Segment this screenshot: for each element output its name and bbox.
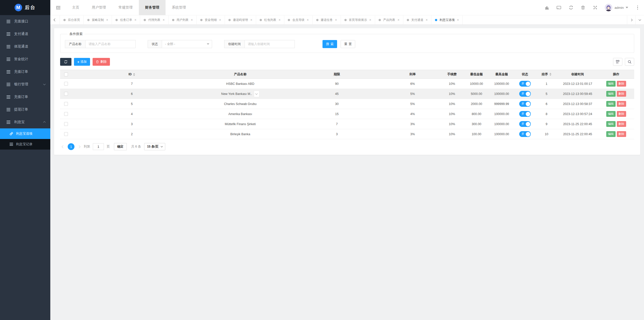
delete-button[interactable]: 删除 <box>617 101 626 107</box>
tabs-menu-button[interactable] <box>635 15 644 24</box>
top-nav-item[interactable]: 主页 <box>66 0 86 15</box>
tab-close-icon[interactable]: × <box>307 18 309 22</box>
row-checkbox[interactable] <box>64 102 68 106</box>
tabs-scroll-left-button[interactable] <box>50 15 60 24</box>
tab[interactable]: 利息宝选项 × <box>431 15 463 24</box>
top-nav-item[interactable]: 常规管理 <box>112 0 139 15</box>
tab[interactable]: 后台首页 <box>60 15 84 24</box>
tab[interactable]: 策略定制 × <box>84 15 112 24</box>
row-checkbox[interactable] <box>64 92 68 96</box>
avatar[interactable] <box>605 4 612 11</box>
sidebar-item[interactable]: 充值订单 <box>0 91 50 103</box>
tab[interactable]: 首页等级展示 × <box>341 15 375 24</box>
next-page-button[interactable] <box>76 144 82 150</box>
sidebar-item[interactable]: 支付通道 <box>0 28 50 40</box>
sidebar-item[interactable]: 体现通道 <box>0 40 50 53</box>
clear-cache-button[interactable] <box>577 0 589 15</box>
tab[interactable]: 邀请任务 × <box>313 15 341 24</box>
add-button[interactable]: + 添加 <box>74 58 90 66</box>
goto-confirm-button[interactable]: 确定 <box>114 143 127 150</box>
row-checkbox[interactable] <box>64 122 68 126</box>
sidebar-item[interactable]: 提现订单 <box>0 103 50 116</box>
chart-button[interactable] <box>541 0 553 15</box>
page-number-button[interactable]: 1 <box>68 143 74 150</box>
tab[interactable]: 红包列表 × <box>256 15 284 24</box>
tab-close-icon[interactable]: × <box>335 18 337 22</box>
status-toggle[interactable]: 开 <box>519 81 531 87</box>
delete-button[interactable]: 删除 <box>617 131 626 137</box>
sidebar-item[interactable]: 充值订单 <box>0 65 50 78</box>
expand-row-button[interactable] <box>254 91 259 97</box>
tab-close-icon[interactable]: × <box>369 18 371 22</box>
fullscreen-button[interactable] <box>589 0 601 15</box>
sidebar-item[interactable]: 银行管理 <box>0 78 50 91</box>
col-id[interactable]: ID <box>72 70 192 79</box>
columns-toggle-button[interactable] <box>613 58 622 66</box>
edit-button[interactable]: 编辑 <box>606 101 616 107</box>
status-toggle[interactable]: 开 <box>519 91 531 97</box>
sidebar-item[interactable]: 资金统计 <box>0 53 50 65</box>
tab-close-icon[interactable]: × <box>163 18 165 22</box>
sidebar-subitem[interactable]: 利息宝记录 <box>0 139 50 150</box>
tab-close-icon[interactable]: × <box>106 18 108 22</box>
edit-button[interactable]: 编辑 <box>606 111 616 117</box>
status-toggle[interactable]: 开 <box>519 111 531 117</box>
refresh-button[interactable] <box>565 0 577 15</box>
status-toggle[interactable]: 开 <box>519 131 531 137</box>
batch-delete-button[interactable]: 删除 <box>93 58 110 66</box>
tab-close-icon[interactable]: × <box>191 18 193 22</box>
sort-icon[interactable] <box>549 73 551 76</box>
tab[interactable]: 邀请码管理 × <box>225 15 256 24</box>
refresh-table-button[interactable] <box>60 58 71 66</box>
delete-button[interactable]: 删除 <box>617 81 626 87</box>
delete-button[interactable]: 删除 <box>617 91 626 97</box>
created-time-input[interactable] <box>245 40 295 48</box>
col-sort[interactable]: 排序 <box>536 70 557 79</box>
top-nav-item[interactable]: 系统管理 <box>166 0 192 15</box>
tab[interactable]: 会员等级 × <box>284 15 312 24</box>
tabs-scroll-right-button[interactable] <box>627 15 635 24</box>
edit-button[interactable]: 编辑 <box>606 81 616 87</box>
delete-button[interactable]: 删除 <box>617 121 626 127</box>
tab[interactable]: 资金明细 × <box>197 15 225 24</box>
page-size-select[interactable]: 15 条/页 <box>144 143 165 150</box>
sidebar-toggle-button[interactable] <box>50 0 66 15</box>
tab-close-icon[interactable]: × <box>250 18 252 22</box>
prev-page-button[interactable] <box>60 144 66 150</box>
edit-button[interactable]: 编辑 <box>606 91 616 97</box>
row-checkbox[interactable] <box>64 112 68 116</box>
reset-button[interactable]: 重置 <box>341 40 355 48</box>
goto-page-input[interactable] <box>93 143 104 150</box>
tab[interactable]: 代理列表 × <box>140 15 168 24</box>
row-checkbox[interactable] <box>64 82 68 86</box>
status-toggle[interactable]: 开 <box>519 101 531 107</box>
top-nav-item[interactable]: 财务管理 <box>139 0 166 15</box>
tab[interactable]: 用户列表 × <box>169 15 197 24</box>
sidebar-item[interactable]: 利息宝 <box>0 116 50 128</box>
tab-close-icon[interactable]: × <box>457 18 459 22</box>
search-button[interactable]: 搜索 <box>323 40 337 48</box>
status-select[interactable]: - 全部 - <box>162 40 212 48</box>
edit-button[interactable]: 编辑 <box>606 121 616 127</box>
card-button[interactable] <box>553 0 565 15</box>
tab-close-icon[interactable]: × <box>134 18 136 22</box>
product-name-input[interactable] <box>85 40 136 48</box>
sidebar-item[interactable]: 充值接口 <box>0 15 50 28</box>
select-all-checkbox[interactable] <box>64 73 68 76</box>
tab[interactable]: 任务订单 × <box>112 15 140 24</box>
tab[interactable]: 产品列表 × <box>375 15 403 24</box>
tab-close-icon[interactable]: × <box>278 18 280 22</box>
sort-icon[interactable] <box>133 73 135 76</box>
row-checkbox[interactable] <box>64 132 68 136</box>
user-menu[interactable]: admin <box>615 6 628 10</box>
tab-close-icon[interactable]: × <box>397 18 399 22</box>
tab[interactable]: 支付通道 × <box>403 15 431 24</box>
status-toggle[interactable]: 开 <box>519 121 531 127</box>
tab-close-icon[interactable]: × <box>426 18 428 22</box>
delete-button[interactable]: 删除 <box>617 111 626 117</box>
tab-close-icon[interactable]: × <box>219 18 221 22</box>
table-search-button[interactable] <box>625 58 634 66</box>
sidebar-subitem[interactable]: 利息宝选项 <box>0 128 50 139</box>
edit-button[interactable]: 编辑 <box>606 131 616 137</box>
more-button[interactable] <box>634 6 641 10</box>
